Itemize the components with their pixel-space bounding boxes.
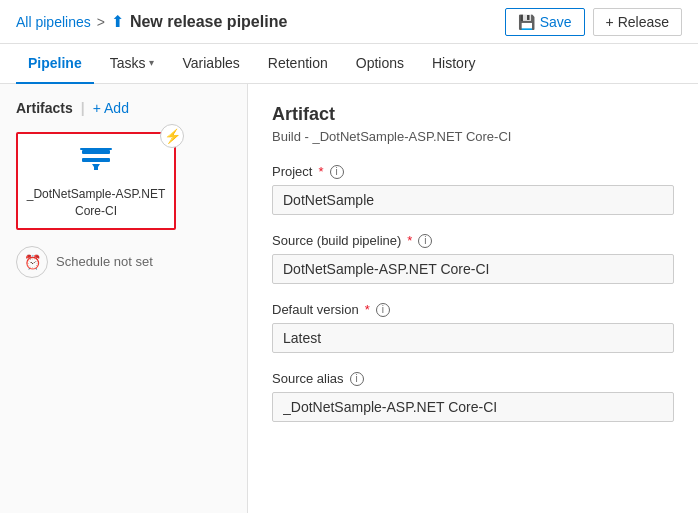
save-button[interactable]: 💾 Save	[505, 8, 585, 36]
input-default-version[interactable]	[272, 323, 674, 353]
release-button[interactable]: + Release	[593, 8, 682, 36]
info-icon-alias[interactable]: i	[350, 372, 364, 386]
artifact-pipeline-icon	[26, 142, 166, 178]
artifacts-header: Artifacts | + Add	[16, 100, 231, 116]
header-actions: 💾 Save + Release	[505, 8, 682, 36]
input-source[interactable]	[272, 254, 674, 284]
tab-options[interactable]: Options	[344, 44, 416, 84]
tab-tasks[interactable]: Tasks ▾	[98, 44, 167, 84]
artifact-card-name: _DotNetSample-ASP.NET Core-CI	[26, 186, 166, 220]
main-content: Artifacts | + Add ⚡ _DotNetSample-ASP.NE…	[0, 84, 698, 513]
info-icon-version[interactable]: i	[376, 303, 390, 317]
breadcrumb-sep: >	[97, 14, 105, 30]
breadcrumb: All pipelines > ⬆ New release pipeline	[16, 12, 505, 31]
build-icon	[78, 142, 114, 178]
field-source-alias: Source alias i	[272, 371, 674, 422]
left-panel: Artifacts | + Add ⚡ _DotNetSample-ASP.NE…	[0, 84, 248, 513]
tab-history[interactable]: History	[420, 44, 488, 84]
breadcrumb-link[interactable]: All pipelines	[16, 14, 91, 30]
info-icon-source[interactable]: i	[418, 234, 432, 248]
svg-rect-0	[82, 150, 110, 154]
label-default-version: Default version * i	[272, 302, 674, 317]
required-star: *	[318, 164, 323, 179]
field-default-version: Default version * i	[272, 302, 674, 353]
input-project[interactable]	[272, 185, 674, 215]
label-project: Project * i	[272, 164, 674, 179]
chevron-down-icon: ▾	[149, 57, 154, 68]
artifacts-label: Artifacts	[16, 100, 73, 116]
artifact-form-subtitle: Build - _DotNetSample-ASP.NET Core-CI	[272, 129, 674, 144]
input-source-alias[interactable]	[272, 392, 674, 422]
header: All pipelines > ⬆ New release pipeline 💾…	[0, 0, 698, 44]
field-project: Project * i	[272, 164, 674, 215]
nav-tabs: Pipeline Tasks ▾ Variables Retention Opt…	[0, 44, 698, 84]
artifact-form-title: Artifact	[272, 104, 674, 125]
svg-rect-1	[82, 158, 110, 162]
svg-rect-2	[94, 166, 98, 170]
lightning-badge: ⚡	[160, 124, 184, 148]
add-artifact-button[interactable]: + Add	[93, 100, 129, 116]
field-source: Source (build pipeline) * i	[272, 233, 674, 284]
page-title: New release pipeline	[130, 13, 287, 31]
svg-rect-3	[80, 148, 112, 150]
tab-variables[interactable]: Variables	[170, 44, 251, 84]
save-icon: 💾	[518, 14, 535, 30]
tab-pipeline[interactable]: Pipeline	[16, 44, 94, 84]
artifact-card[interactable]: ⚡ _DotNetSample-ASP.NET Core-CI	[16, 132, 176, 230]
clock-icon: ⏰	[16, 246, 48, 278]
right-panel: Artifact Build - _DotNetSample-ASP.NET C…	[248, 84, 698, 513]
label-source: Source (build pipeline) * i	[272, 233, 674, 248]
artifacts-divider: |	[81, 100, 85, 116]
pipeline-nav-icon: ⬆	[111, 12, 124, 31]
schedule-item[interactable]: ⏰ Schedule not set	[16, 246, 231, 278]
required-star-source: *	[407, 233, 412, 248]
required-star-version: *	[365, 302, 370, 317]
info-icon-project[interactable]: i	[330, 165, 344, 179]
lightning-icon: ⚡	[164, 128, 181, 144]
label-source-alias: Source alias i	[272, 371, 674, 386]
tab-retention[interactable]: Retention	[256, 44, 340, 84]
